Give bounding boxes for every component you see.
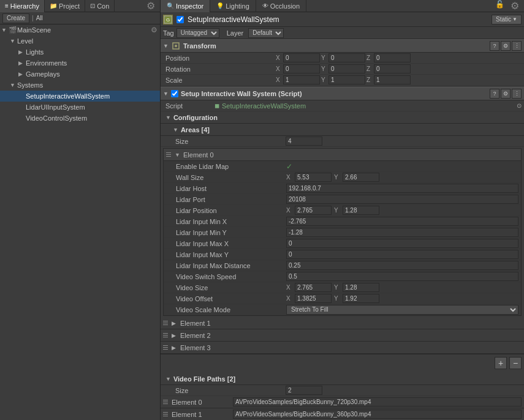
tree-item-systems[interactable]: ▼ Systems xyxy=(0,80,160,91)
wall-size-x-field[interactable] xyxy=(295,173,332,182)
inspector-gear-icon[interactable]: ⚙ xyxy=(508,0,522,12)
element-3-header[interactable]: ▶ Element 3 xyxy=(161,342,524,354)
systems-arrow: ▼ xyxy=(10,82,17,88)
video-element-1-field[interactable] xyxy=(233,410,522,419)
transform-settings-icon[interactable]: ⚙ xyxy=(501,41,511,51)
video-paths-header[interactable]: ▼ Video File Paths [2] xyxy=(161,373,524,385)
position-y-field[interactable] xyxy=(328,53,365,62)
lidar-max-y-field[interactable] xyxy=(286,250,518,259)
lidar-pos-y-field[interactable] xyxy=(343,206,379,215)
left-panel-gear-icon[interactable]: ⚙ xyxy=(144,0,158,12)
transform-header[interactable]: ▼ Transform ? ⚙ ⋮ xyxy=(161,39,524,53)
script-overflow-icon[interactable]: ⋮ xyxy=(512,89,522,99)
scale-x-field[interactable] xyxy=(283,75,320,84)
lidar-min-y-field[interactable] xyxy=(286,228,518,237)
script-active-checkbox[interactable] xyxy=(171,90,178,97)
rotation-y-field[interactable] xyxy=(328,64,365,73)
video-size-y-field[interactable] xyxy=(343,283,379,292)
tree-item-environments[interactable]: ▶ Environments xyxy=(0,58,160,69)
element-0-header[interactable]: ▼ Element 0 xyxy=(164,149,521,161)
mainscene-options[interactable]: ⚙ xyxy=(148,26,160,34)
tree-item-lidarui[interactable]: LidarUIInputSystem xyxy=(0,102,160,113)
element-2-header[interactable]: ▶ Element 2 xyxy=(161,329,524,342)
remove-element-button[interactable]: − xyxy=(509,357,522,369)
lidar-pos-x-label: X xyxy=(286,207,292,214)
position-z-field[interactable] xyxy=(374,53,411,62)
tab-console[interactable]: ⊡ Con xyxy=(85,0,115,12)
lidar-max-x-field[interactable] xyxy=(286,239,518,248)
position-xyz: X Y Z xyxy=(276,53,411,62)
video-paths-size-field[interactable] xyxy=(286,386,322,395)
areas-size-field[interactable] xyxy=(286,137,322,146)
level-arrow: ▼ xyxy=(10,38,17,44)
all-button[interactable]: All xyxy=(36,15,43,21)
tab-project[interactable]: 📁 Project xyxy=(45,0,85,12)
scale-z-label: Z xyxy=(366,77,373,83)
console-tab-label: Con xyxy=(97,2,109,10)
lidar-min-x-field[interactable] xyxy=(286,217,518,226)
video-switch-speed-row: Video Switch Speed xyxy=(164,271,521,282)
video-scale-mode-select[interactable]: Stretch To Fill xyxy=(286,305,518,315)
rotation-x-field[interactable] xyxy=(283,64,320,73)
lidar-max-dist-field[interactable] xyxy=(286,261,518,270)
tree-item-setupwall[interactable]: SetupInteractiveWallSystem xyxy=(0,91,160,102)
lidar-max-x-label: Lidar Input Max X xyxy=(176,240,286,247)
project-tab-label: Project xyxy=(59,2,80,10)
lidar-port-field[interactable] xyxy=(286,195,518,204)
rotation-xyz: X Y Z xyxy=(276,64,411,73)
script-ref-circle-icon[interactable]: ⊙ xyxy=(517,102,522,109)
lock-icon[interactable]: 🔓 xyxy=(493,0,507,12)
script-settings-icon[interactable]: ⚙ xyxy=(501,89,511,99)
configuration-section-header[interactable]: ▼ Configuration xyxy=(161,111,524,124)
create-button[interactable]: Create xyxy=(2,13,29,23)
video-paths-section: ▼ Video File Paths [2] Size Element 0 xyxy=(161,373,524,420)
lidar-max-dist-row: Lidar Input Max Distance xyxy=(164,260,521,271)
tab-occlusion[interactable]: 👁 Occlusion xyxy=(256,0,306,12)
lidar-pos-x-field[interactable] xyxy=(295,206,332,215)
element-3-toggle: ▶ xyxy=(172,345,180,351)
areas-arrow: ▼ xyxy=(173,127,178,133)
video-size-x-field[interactable] xyxy=(295,283,332,292)
areas-section-header[interactable]: ▼ Areas [4] xyxy=(161,124,524,136)
video-size-y-label: Y xyxy=(334,284,340,291)
hierarchy-tree[interactable]: ▼ 🎬 MainScene ⚙ ▼ Level ▶ Lights ▶ Envir… xyxy=(0,24,160,420)
object-active-checkbox[interactable] xyxy=(177,16,184,23)
transform-overflow-icon[interactable]: ⋮ xyxy=(512,41,522,51)
tree-item-mainscene[interactable]: ▼ 🎬 MainScene ⚙ xyxy=(0,24,160,36)
tree-item-gameplays[interactable]: ▶ Gameplays xyxy=(0,69,160,80)
tree-item-lights[interactable]: ▶ Lights xyxy=(0,47,160,58)
lidar-port-label: Lidar Port xyxy=(176,196,286,203)
tag-select[interactable]: Untagged xyxy=(177,28,219,38)
element-1-header[interactable]: ▶ Element 1 xyxy=(161,317,524,329)
scale-value: X Y Z xyxy=(276,75,522,84)
video-offset-x-field[interactable] xyxy=(295,294,332,303)
script-component-header[interactable]: ▼ Setup Interactive Wall System (Script)… xyxy=(161,87,524,100)
video-offset-y-field[interactable] xyxy=(343,294,379,303)
lidar-min-x-label: Lidar Input Min X xyxy=(176,218,286,225)
layer-select[interactable]: Default xyxy=(248,28,284,38)
wall-size-y-field[interactable] xyxy=(343,173,379,182)
transform-book-icon[interactable]: ? xyxy=(490,41,499,51)
lidar-host-field[interactable] xyxy=(286,184,518,193)
rotation-z-field[interactable] xyxy=(374,64,411,73)
lidar-pos-row: Lidar Position X Y xyxy=(164,205,521,216)
tab-lighting[interactable]: 💡 Lighting xyxy=(210,0,256,12)
tree-item-videocontrol[interactable]: VideoControlSystem xyxy=(0,113,160,124)
add-element-button[interactable]: + xyxy=(495,357,507,369)
video-size-label: Video Size xyxy=(176,284,286,291)
scale-y-field[interactable] xyxy=(328,75,365,84)
element-0-toggle: ▼ xyxy=(175,152,183,158)
areas-size-label: Size xyxy=(175,138,286,145)
video-element-0-field[interactable] xyxy=(233,397,522,407)
video-switch-speed-field[interactable] xyxy=(286,272,518,281)
video-scale-mode-label: Video Scale Mode xyxy=(176,306,286,313)
tree-item-level[interactable]: ▼ Level xyxy=(0,36,160,47)
video-offset-value: X Y xyxy=(286,294,518,303)
position-x-field[interactable] xyxy=(283,53,320,62)
tab-hierarchy[interactable]: ≡ Hierarchy xyxy=(0,0,45,12)
tab-inspector[interactable]: 🔍 Inspector xyxy=(161,0,210,12)
scale-z-field[interactable] xyxy=(374,75,411,84)
script-book-icon[interactable]: ? xyxy=(490,89,499,99)
configuration-arrow: ▼ xyxy=(165,114,171,121)
static-button[interactable]: Static ▼ xyxy=(492,15,522,24)
